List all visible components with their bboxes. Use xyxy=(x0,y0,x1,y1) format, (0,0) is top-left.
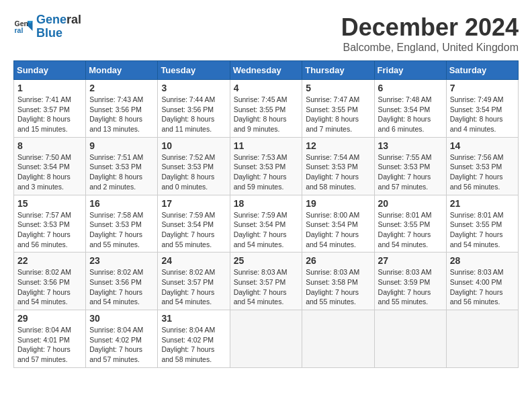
day-number: 7 xyxy=(450,83,515,93)
calendar-cell: 27Sunrise: 8:03 AM Sunset: 3:59 PM Dayli… xyxy=(374,253,446,310)
day-number: 26 xyxy=(306,255,370,266)
day-number: 2 xyxy=(89,83,154,93)
day-number: 4 xyxy=(234,83,299,93)
header-sunday: Sunday xyxy=(14,61,86,80)
calendar-title: December 2024 xyxy=(341,13,519,42)
day-number: 17 xyxy=(161,198,226,209)
calendar-cell: 23Sunrise: 8:02 AM Sunset: 3:56 PM Dayli… xyxy=(86,253,158,310)
day-detail: Sunrise: 7:59 AM Sunset: 3:54 PM Dayligh… xyxy=(161,210,226,250)
day-number: 23 xyxy=(89,255,154,266)
header-thursday: Thursday xyxy=(302,61,374,80)
day-number: 21 xyxy=(450,198,515,209)
day-detail: Sunrise: 7:58 AM Sunset: 3:53 PM Dayligh… xyxy=(89,210,154,250)
day-detail: Sunrise: 7:57 AM Sunset: 3:53 PM Dayligh… xyxy=(17,210,82,250)
calendar-cell: 6Sunrise: 7:48 AM Sunset: 3:54 PM Daylig… xyxy=(374,80,446,138)
week-row-3: 15Sunrise: 7:57 AM Sunset: 3:53 PM Dayli… xyxy=(14,195,519,253)
calendar-cell: 19Sunrise: 8:00 AM Sunset: 3:54 PM Dayli… xyxy=(302,195,374,253)
calendar-cell: 25Sunrise: 8:03 AM Sunset: 3:57 PM Dayli… xyxy=(230,253,302,310)
day-detail: Sunrise: 8:03 AM Sunset: 3:59 PM Dayligh… xyxy=(378,267,443,307)
calendar-cell: 13Sunrise: 7:55 AM Sunset: 3:53 PM Dayli… xyxy=(374,137,446,195)
day-detail: Sunrise: 7:47 AM Sunset: 3:55 PM Dayligh… xyxy=(306,95,370,134)
header-friday: Friday xyxy=(374,61,446,80)
day-detail: Sunrise: 7:52 AM Sunset: 3:53 PM Dayligh… xyxy=(161,152,226,192)
calendar-cell: 24Sunrise: 8:02 AM Sunset: 3:57 PM Dayli… xyxy=(158,253,230,310)
day-number: 1 xyxy=(17,83,82,93)
calendar-cell: 7Sunrise: 7:49 AM Sunset: 3:54 PM Daylig… xyxy=(446,80,518,138)
day-detail: Sunrise: 7:43 AM Sunset: 3:56 PM Dayligh… xyxy=(89,95,154,134)
svg-text:ral: ral xyxy=(15,26,24,34)
day-detail: Sunrise: 7:54 AM Sunset: 3:53 PM Dayligh… xyxy=(306,152,370,192)
calendar-cell: 17Sunrise: 7:59 AM Sunset: 3:54 PM Dayli… xyxy=(158,195,230,253)
calendar-cell: 28Sunrise: 8:03 AM Sunset: 4:00 PM Dayli… xyxy=(446,253,518,310)
day-detail: Sunrise: 8:04 AM Sunset: 4:02 PM Dayligh… xyxy=(161,325,226,365)
header-monday: Monday xyxy=(86,61,158,80)
title-area: December 2024 Balcombe, England, United … xyxy=(341,13,519,54)
calendar-cell xyxy=(374,310,446,368)
calendar-cell: 1Sunrise: 7:41 AM Sunset: 3:57 PM Daylig… xyxy=(14,80,86,138)
header-saturday: Saturday xyxy=(446,61,518,80)
day-number: 29 xyxy=(17,313,82,324)
day-number: 3 xyxy=(161,83,226,93)
day-number: 16 xyxy=(89,198,154,209)
calendar-cell: 5Sunrise: 7:47 AM Sunset: 3:55 PM Daylig… xyxy=(302,80,374,138)
day-detail: Sunrise: 7:45 AM Sunset: 3:55 PM Dayligh… xyxy=(234,95,299,134)
day-detail: Sunrise: 8:03 AM Sunset: 3:58 PM Dayligh… xyxy=(306,267,370,307)
calendar-cell: 14Sunrise: 7:56 AM Sunset: 3:53 PM Dayli… xyxy=(446,137,518,195)
day-detail: Sunrise: 7:55 AM Sunset: 3:53 PM Dayligh… xyxy=(378,152,443,192)
day-detail: Sunrise: 8:02 AM Sunset: 3:57 PM Dayligh… xyxy=(161,267,226,307)
calendar-cell: 30Sunrise: 8:04 AM Sunset: 4:02 PM Dayli… xyxy=(86,310,158,368)
calendar-cell: 9Sunrise: 7:51 AM Sunset: 3:53 PM Daylig… xyxy=(86,137,158,195)
day-detail: Sunrise: 8:02 AM Sunset: 3:56 PM Dayligh… xyxy=(17,267,82,307)
logo-icon: Gene ral xyxy=(13,17,34,37)
day-detail: Sunrise: 7:41 AM Sunset: 3:57 PM Dayligh… xyxy=(17,95,82,134)
day-number: 11 xyxy=(234,140,299,151)
day-detail: Sunrise: 7:50 AM Sunset: 3:54 PM Dayligh… xyxy=(17,152,82,192)
day-detail: Sunrise: 8:04 AM Sunset: 4:02 PM Dayligh… xyxy=(89,325,154,365)
calendar-cell: 3Sunrise: 7:44 AM Sunset: 3:56 PM Daylig… xyxy=(158,80,230,138)
day-number: 8 xyxy=(17,140,82,151)
day-detail: Sunrise: 7:56 AM Sunset: 3:53 PM Dayligh… xyxy=(450,152,515,192)
day-detail: Sunrise: 7:44 AM Sunset: 3:56 PM Dayligh… xyxy=(161,95,226,134)
calendar-cell xyxy=(230,310,302,368)
day-number: 10 xyxy=(161,140,226,151)
day-number: 27 xyxy=(378,255,443,266)
calendar-cell: 11Sunrise: 7:53 AM Sunset: 3:53 PM Dayli… xyxy=(230,137,302,195)
logo-text-line1: General xyxy=(36,13,81,27)
day-number: 15 xyxy=(17,198,82,209)
day-detail: Sunrise: 7:51 AM Sunset: 3:53 PM Dayligh… xyxy=(89,152,154,192)
day-number: 30 xyxy=(89,313,154,324)
day-number: 24 xyxy=(161,255,226,266)
day-number: 20 xyxy=(378,198,443,209)
day-detail: Sunrise: 8:04 AM Sunset: 4:01 PM Dayligh… xyxy=(17,325,82,365)
header-wednesday: Wednesday xyxy=(230,61,302,80)
day-number: 31 xyxy=(161,313,226,324)
day-number: 13 xyxy=(378,140,443,151)
day-detail: Sunrise: 7:53 AM Sunset: 3:53 PM Dayligh… xyxy=(234,152,299,192)
day-number: 12 xyxy=(306,140,370,151)
calendar-cell: 15Sunrise: 7:57 AM Sunset: 3:53 PM Dayli… xyxy=(14,195,86,253)
calendar-cell: 4Sunrise: 7:45 AM Sunset: 3:55 PM Daylig… xyxy=(230,80,302,138)
calendar-cell: 29Sunrise: 8:04 AM Sunset: 4:01 PM Dayli… xyxy=(14,310,86,368)
day-number: 9 xyxy=(89,140,154,151)
day-number: 18 xyxy=(234,198,299,209)
week-row-1: 1Sunrise: 7:41 AM Sunset: 3:57 PM Daylig… xyxy=(14,80,519,138)
calendar-cell xyxy=(446,310,518,368)
calendar-cell: 22Sunrise: 8:02 AM Sunset: 3:56 PM Dayli… xyxy=(14,253,86,310)
day-detail: Sunrise: 8:01 AM Sunset: 3:55 PM Dayligh… xyxy=(378,210,443,250)
calendar-cell: 31Sunrise: 8:04 AM Sunset: 4:02 PM Dayli… xyxy=(158,310,230,368)
calendar-cell: 2Sunrise: 7:43 AM Sunset: 3:56 PM Daylig… xyxy=(86,80,158,138)
calendar-cell: 12Sunrise: 7:54 AM Sunset: 3:53 PM Dayli… xyxy=(302,137,374,195)
logo-text-line2: Blue xyxy=(36,27,81,40)
day-detail: Sunrise: 8:02 AM Sunset: 3:56 PM Dayligh… xyxy=(89,267,154,307)
day-detail: Sunrise: 7:59 AM Sunset: 3:54 PM Dayligh… xyxy=(234,210,299,250)
day-detail: Sunrise: 8:03 AM Sunset: 3:57 PM Dayligh… xyxy=(234,267,299,307)
calendar-cell: 21Sunrise: 8:01 AM Sunset: 3:55 PM Dayli… xyxy=(446,195,518,253)
day-detail: Sunrise: 8:01 AM Sunset: 3:55 PM Dayligh… xyxy=(450,210,515,250)
day-number: 5 xyxy=(306,83,370,93)
day-detail: Sunrise: 8:03 AM Sunset: 4:00 PM Dayligh… xyxy=(450,267,515,307)
day-number: 6 xyxy=(378,83,443,93)
day-detail: Sunrise: 7:49 AM Sunset: 3:54 PM Dayligh… xyxy=(450,95,515,134)
day-number: 19 xyxy=(306,198,370,209)
week-row-2: 8Sunrise: 7:50 AM Sunset: 3:54 PM Daylig… xyxy=(14,137,519,195)
calendar-cell: 10Sunrise: 7:52 AM Sunset: 3:53 PM Dayli… xyxy=(158,137,230,195)
